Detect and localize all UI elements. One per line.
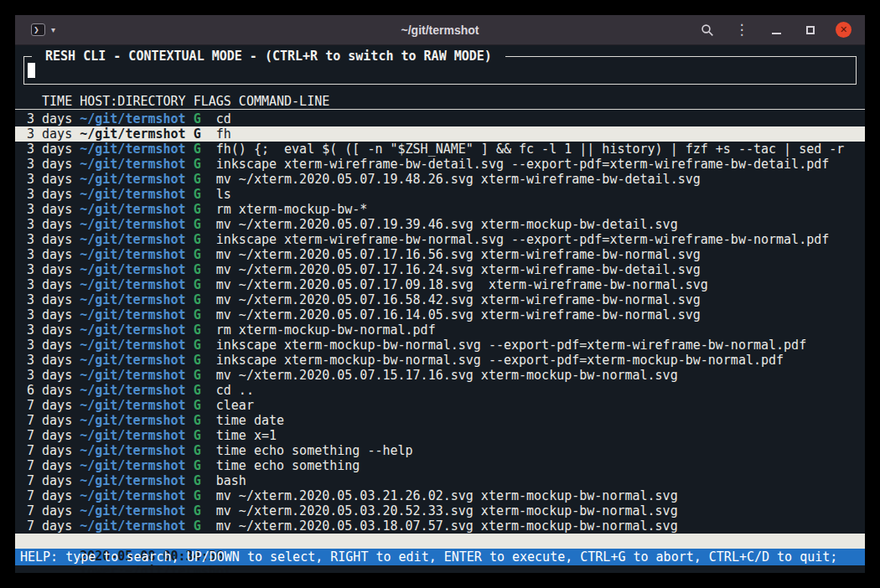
row-time: 3 days: [27, 338, 72, 353]
row-time: 3 days: [27, 217, 72, 232]
row-command: time echo something: [216, 458, 360, 473]
history-list: 3 days ~/git/termshot G cd3 days ~/git/t…: [15, 111, 865, 534]
menu-button[interactable]: ⋮: [732, 21, 751, 39]
row-command: mv ~/xterm.2020.05.07.16.58.42.svg xterm…: [216, 292, 701, 307]
row-command: ls: [216, 187, 231, 202]
row-flags: G: [194, 338, 201, 353]
table-row[interactable]: 3 days ~/git/termshot G inkscape xterm-m…: [15, 338, 865, 353]
table-row[interactable]: 3 days ~/git/termshot G mv ~/xterm.2020.…: [15, 217, 865, 232]
table-row[interactable]: 3 days ~/git/termshot G mv ~/xterm.2020.…: [15, 172, 865, 187]
row-flags: G: [194, 383, 201, 398]
row-time: 3 days: [27, 322, 72, 338]
row-time: 3 days: [27, 247, 72, 262]
row-command: mv ~/xterm.2020.05.07.15.17.16.svg xterm…: [216, 368, 678, 383]
row-flags: G: [194, 503, 201, 518]
row-flags: G: [194, 277, 201, 292]
row-command: time echo something --help: [216, 443, 413, 458]
table-row[interactable]: 6 days ~/git/termshot G cd ..: [15, 383, 865, 398]
table-row[interactable]: 3 days ~/git/termshot G mv ~/xterm.2020.…: [15, 247, 865, 262]
table-row[interactable]: 7 days ~/git/termshot G mv ~/xterm.2020.…: [15, 518, 865, 534]
search-button[interactable]: [698, 21, 717, 39]
table-row[interactable]: 3 days ~/git/termshot G mv ~/xterm.2020.…: [15, 277, 865, 292]
row-host: ~/git/termshot: [80, 353, 185, 368]
row-flags: G: [194, 307, 201, 322]
table-row[interactable]: 3 days ~/git/termshot G mv ~/xterm.2020.…: [15, 262, 865, 277]
restore-icon: [806, 26, 815, 34]
row-flags: G: [194, 172, 201, 187]
table-row[interactable]: 7 days ~/git/termshot G clear: [15, 398, 865, 413]
table-row[interactable]: 3 days ~/git/termshot G cd: [15, 111, 865, 126]
row-host: ~/git/termshot: [80, 307, 185, 322]
titlebar: ▾ ~/git/termshot ⋮ ✕: [15, 15, 865, 45]
table-row[interactable]: 3 days ~/git/termshot G inkscape xterm-m…: [15, 353, 865, 368]
table-row[interactable]: 3 days ~/git/termshot G mv ~/xterm.2020.…: [15, 307, 865, 322]
row-time: 3 days: [27, 126, 72, 142]
table-row[interactable]: 7 days ~/git/termshot G bash: [15, 473, 865, 488]
table-row[interactable]: 7 days ~/git/termshot G time date: [15, 413, 865, 428]
table-row[interactable]: 3 days ~/git/termshot G inkscape xterm-w…: [15, 232, 865, 247]
table-row[interactable]: 7 days ~/git/termshot G time echo someth…: [15, 458, 865, 473]
table-row[interactable]: 7 days ~/git/termshot G time x=1: [15, 428, 865, 443]
row-time: 7 days: [27, 488, 72, 503]
row-flags: G: [194, 217, 201, 232]
text-cursor: [28, 63, 35, 78]
row-flags: G: [194, 262, 201, 277]
search-query-box[interactable]: RESH CLI - CONTEXTUAL MODE - (CTRL+R to …: [23, 56, 857, 85]
row-host: ~/git/termshot: [80, 488, 185, 503]
row-command: mv ~/xterm.2020.05.07.17.09.18.svg xterm…: [216, 277, 708, 292]
row-command: mv ~/xterm.2020.05.07.16.14.05.svg xterm…: [216, 307, 701, 322]
table-row[interactable]: 3 days ~/git/termshot G mv ~/xterm.2020.…: [15, 292, 865, 307]
row-time: 3 days: [27, 262, 72, 277]
row-host: ~/git/termshot: [80, 518, 185, 534]
row-command: mv ~/xterm.2020.05.03.20.52.33.svg xterm…: [216, 503, 678, 518]
table-row[interactable]: 7 days ~/git/termshot G mv ~/xterm.2020.…: [15, 488, 865, 503]
row-command: fh() {; eval $( ([ -n "$ZSH_NAME" ] && f…: [216, 142, 845, 157]
status-bar: 2020-05-08 00:34:56 tower:~/git/termshot…: [15, 534, 865, 549]
row-flags: G: [194, 443, 201, 458]
table-row[interactable]: 3 days ~/git/termshot G rm xterm-mockup-…: [15, 202, 865, 217]
table-row[interactable]: 3 days ~/git/termshot G mv ~/xterm.2020.…: [15, 368, 865, 383]
row-flags: G: [194, 322, 201, 338]
row-flags: G: [194, 473, 201, 488]
row-time: 7 days: [27, 518, 72, 534]
help-bar: HELP: type to search, UP/DOWN to select,…: [15, 549, 865, 565]
row-time: 7 days: [27, 443, 72, 458]
row-time: 7 days: [27, 428, 72, 443]
new-terminal-button[interactable]: ▾: [27, 21, 60, 39]
row-command: inkscape xterm-mockup-bw-normal.svg --ex…: [216, 338, 806, 353]
table-header: TIME HOST:DIRECTORY FLAGS COMMAND-LINE: [15, 95, 865, 110]
table-row[interactable]: 7 days ~/git/termshot G time echo someth…: [15, 443, 865, 458]
terminal-app-icon: [31, 23, 45, 36]
table-row[interactable]: 3 days ~/git/termshot G fh() {; eval $( …: [15, 142, 865, 157]
table-row[interactable]: 7 days ~/git/termshot G mv ~/xterm.2020.…: [15, 503, 865, 518]
row-host: ~/git/termshot: [80, 157, 185, 172]
close-button[interactable]: ✕: [836, 22, 852, 38]
row-host: ~/git/termshot: [80, 187, 185, 202]
row-flags: G: [194, 488, 201, 503]
row-host: ~/git/termshot: [80, 126, 185, 142]
minimize-button[interactable]: [767, 21, 785, 39]
table-row[interactable]: 3 days ~/git/termshot G inkscape xterm-w…: [15, 157, 865, 172]
table-row[interactable]: 3 days ~/git/termshot G fh: [15, 126, 865, 142]
terminal-content[interactable]: RESH CLI - CONTEXTUAL MODE - (CTRL+R to …: [15, 45, 865, 573]
row-host: ~/git/termshot: [80, 413, 185, 428]
row-host: ~/git/termshot: [80, 398, 185, 413]
row-time: 7 days: [27, 458, 72, 473]
row-host: ~/git/termshot: [80, 202, 185, 217]
row-time: 6 days: [27, 383, 72, 398]
search-box-label: RESH CLI - CONTEXTUAL MODE - (CTRL+R to …: [32, 49, 505, 64]
row-flags: G: [194, 458, 201, 473]
row-command: cd ..: [216, 383, 254, 398]
row-time: 7 days: [27, 413, 72, 428]
row-command: inkscape xterm-mockup-bw-normal.svg --ex…: [216, 353, 784, 368]
row-time: 3 days: [27, 202, 72, 217]
row-host: ~/git/termshot: [80, 262, 185, 277]
table-row[interactable]: 3 days ~/git/termshot G rm xterm-mockup-…: [15, 322, 865, 338]
row-flags: G: [194, 142, 201, 157]
close-icon: ✕: [840, 24, 847, 35]
row-time: 3 days: [27, 277, 72, 292]
row-command: time date: [216, 413, 284, 428]
row-time: 7 days: [27, 398, 72, 413]
table-row[interactable]: 3 days ~/git/termshot G ls: [15, 187, 865, 202]
restore-button[interactable]: [801, 21, 820, 39]
